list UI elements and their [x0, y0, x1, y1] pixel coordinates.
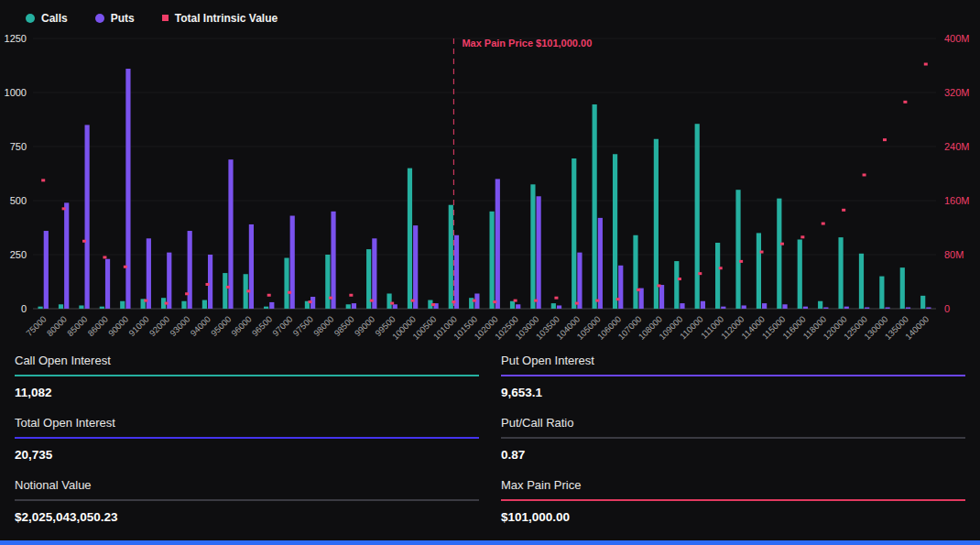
put-bar[interactable] [393, 304, 397, 309]
put-bar[interactable] [125, 69, 130, 309]
call-bar[interactable] [79, 305, 83, 309]
put-bar[interactable] [598, 218, 603, 309]
total-intrinsic-value-marker[interactable] [370, 300, 374, 302]
total-intrinsic-value-marker[interactable] [205, 283, 209, 286]
call-bar[interactable] [490, 212, 495, 309]
put-bar[interactable] [290, 216, 295, 309]
put-bar[interactable] [742, 305, 746, 309]
total-intrinsic-value-marker[interactable] [554, 297, 558, 300]
total-intrinsic-value-marker[interactable] [309, 300, 312, 303]
total-intrinsic-value-marker[interactable] [924, 63, 928, 66]
total-intrinsic-value-marker[interactable] [534, 300, 538, 302]
legend-item-total-intrinsic-value[interactable]: Total Intrinsic Value [162, 12, 278, 25]
put-bar[interactable] [64, 202, 69, 309]
call-bar[interactable] [100, 307, 104, 309]
call-bar[interactable] [879, 277, 884, 309]
call-bar[interactable] [613, 154, 617, 309]
put-bar[interactable] [823, 308, 828, 310]
call-bar[interactable] [449, 205, 453, 309]
call-bar[interactable] [325, 255, 330, 309]
total-intrinsic-value-marker[interactable] [678, 278, 681, 280]
total-intrinsic-value-marker[interactable] [780, 243, 784, 245]
call-bar[interactable] [284, 258, 289, 309]
total-intrinsic-value-marker[interactable] [165, 302, 169, 305]
total-intrinsic-value-marker[interactable] [246, 289, 250, 292]
legend-item-puts[interactable]: Puts [95, 12, 135, 25]
call-bar[interactable] [181, 301, 186, 309]
put-bar[interactable] [659, 285, 664, 309]
total-intrinsic-value-marker[interactable] [903, 101, 907, 104]
total-intrinsic-value-marker[interactable] [719, 267, 723, 269]
total-intrinsic-value-marker[interactable] [637, 289, 640, 291]
total-intrinsic-value-marker[interactable] [800, 235, 804, 238]
call-bar[interactable] [633, 235, 637, 309]
call-bar[interactable] [387, 293, 391, 309]
call-bar[interactable] [674, 261, 679, 309]
put-bar[interactable] [147, 238, 151, 309]
put-bar[interactable] [844, 307, 849, 309]
total-intrinsic-value-marker[interactable] [41, 179, 45, 181]
call-bar[interactable] [735, 190, 740, 309]
call-bar[interactable] [654, 139, 659, 309]
total-intrinsic-value-marker[interactable] [616, 298, 620, 300]
call-bar[interactable] [572, 158, 576, 309]
total-intrinsic-value-marker[interactable] [267, 294, 271, 297]
put-bar[interactable] [577, 253, 582, 309]
call-bar[interactable] [900, 267, 905, 309]
total-intrinsic-value-marker[interactable] [698, 272, 702, 275]
put-bar[interactable] [618, 266, 623, 309]
call-bar[interactable] [551, 303, 556, 309]
call-bar[interactable] [818, 301, 822, 309]
put-bar[interactable] [249, 224, 254, 309]
call-bar[interactable] [38, 307, 43, 309]
total-intrinsic-value-marker[interactable] [103, 256, 106, 258]
put-bar[interactable] [885, 308, 889, 310]
put-bar[interactable] [680, 303, 684, 309]
legend-item-calls[interactable]: Calls [26, 12, 68, 25]
put-bar[interactable] [413, 225, 418, 309]
total-intrinsic-value-marker[interactable] [575, 302, 579, 305]
put-bar[interactable] [372, 238, 376, 309]
put-bar[interactable] [516, 304, 520, 309]
put-bar[interactable] [105, 259, 110, 309]
put-bar[interactable] [926, 308, 931, 310]
call-bar[interactable] [777, 199, 781, 309]
put-bar[interactable] [762, 303, 767, 309]
total-intrinsic-value-marker[interactable] [822, 223, 825, 225]
put-bar[interactable] [188, 231, 192, 309]
put-bar[interactable] [44, 231, 49, 309]
put-bar[interactable] [782, 304, 787, 309]
total-intrinsic-value-marker[interactable] [390, 302, 394, 305]
total-intrinsic-value-marker[interactable] [226, 286, 230, 289]
put-bar[interactable] [865, 308, 869, 310]
put-bar[interactable] [85, 125, 90, 309]
total-intrinsic-value-marker[interactable] [349, 294, 353, 297]
put-bar[interactable] [701, 301, 705, 309]
put-bar[interactable] [454, 235, 459, 309]
total-intrinsic-value-marker[interactable] [657, 284, 660, 287]
total-intrinsic-value-marker[interactable] [883, 138, 887, 141]
max-pain-chart[interactable]: 0025080M500160M750240M1000320M1250400M75… [0, 27, 980, 343]
put-bar[interactable] [803, 307, 808, 309]
total-intrinsic-value-marker[interactable] [62, 207, 66, 210]
call-bar[interactable] [223, 273, 227, 309]
call-bar[interactable] [920, 296, 925, 309]
total-intrinsic-value-marker[interactable] [144, 300, 147, 302]
call-bar[interactable] [859, 254, 864, 309]
put-bar[interactable] [537, 196, 541, 309]
call-bar[interactable] [408, 169, 412, 309]
call-bar[interactable] [120, 301, 125, 309]
total-intrinsic-value-marker[interactable] [493, 300, 496, 303]
put-bar[interactable] [906, 308, 910, 310]
put-bar[interactable] [721, 307, 725, 309]
total-intrinsic-value-marker[interactable] [473, 300, 476, 302]
call-bar[interactable] [264, 307, 268, 309]
call-bar[interactable] [346, 304, 351, 309]
total-intrinsic-value-marker[interactable] [739, 260, 743, 263]
total-intrinsic-value-marker[interactable] [514, 300, 517, 302]
call-bar[interactable] [695, 124, 700, 309]
put-bar[interactable] [331, 212, 335, 309]
call-bar[interactable] [530, 184, 535, 309]
put-bar[interactable] [557, 305, 561, 309]
put-bar[interactable] [352, 303, 356, 309]
